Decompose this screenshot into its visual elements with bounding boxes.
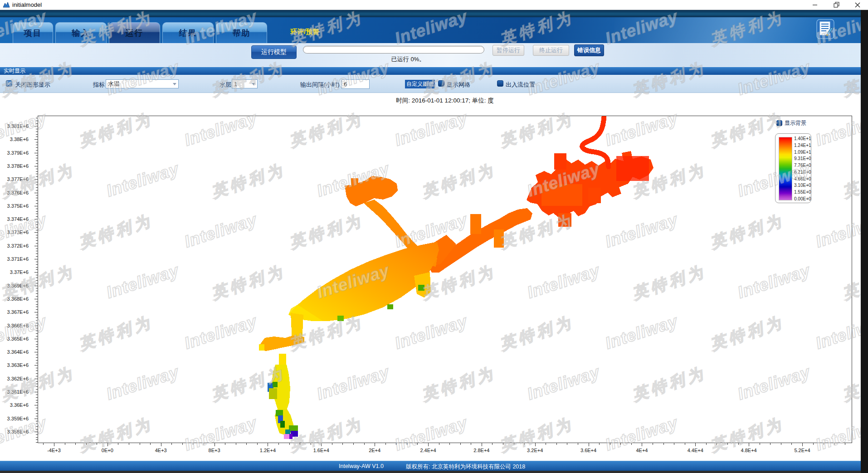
map-shape-tail-cell-pink (284, 434, 289, 439)
map-shape-elbow-cell-yellow (259, 344, 264, 351)
y-tick-label: 3.379E+6 (0, 150, 29, 156)
color-scale-bar (779, 137, 792, 200)
y-minor-tick (36, 182, 38, 182)
x-minor-tick (546, 443, 546, 445)
chevron-down-icon (252, 83, 255, 85)
y-minor-tick (36, 240, 38, 241)
custom-colormap-button[interactable]: 自定义图谱 (405, 80, 435, 88)
y-major-tick (34, 419, 38, 419)
chevron-down-icon (173, 83, 176, 85)
x-minor-tick (385, 443, 386, 445)
map-shape-mass-stub-down1 (558, 213, 571, 227)
y-minor-tick (36, 360, 38, 361)
app-version-text: Intelway-AW V1.0 (339, 463, 384, 469)
x-minor-tick (653, 443, 653, 445)
tab-project[interactable]: 项目 (13, 22, 53, 43)
y-minor-tick (36, 185, 38, 185)
layer-value: 1 (234, 81, 237, 88)
y-major-tick (34, 259, 38, 259)
color-legend: 1.40E+11.24E+11.09E+19.31E+07.76E+06.21E… (775, 133, 811, 203)
y-minor-tick (36, 121, 38, 121)
y-minor-tick (36, 410, 38, 411)
pause-run-button[interactable]: 暂停运行 (493, 45, 524, 56)
status-bar: Intelway-AW V1.0 版权所有: 北京英特利为环境科技有限公司 20… (0, 461, 868, 471)
map-shape-tail-cell-dkgreen (280, 421, 285, 428)
x-minor-tick (471, 443, 471, 445)
indicator-value: 水温 (108, 80, 120, 88)
x-minor-tick (610, 443, 610, 445)
x-minor-tick (246, 443, 247, 445)
y-minor-tick (36, 402, 38, 403)
close-graph-checkbox[interactable]: ✓ (6, 80, 12, 87)
map-shape-river-squiggle (582, 117, 609, 167)
realtime-display-header: 实时显示 (0, 67, 868, 75)
top-dark-strip (0, 10, 868, 17)
y-tick-label: 3.376E+6 (0, 190, 29, 195)
y-minor-tick (36, 344, 38, 345)
document-edit-icon[interactable] (816, 19, 834, 39)
y-minor-tick (36, 320, 38, 321)
x-minor-tick (193, 443, 193, 445)
legend-value: 6.21E+0 (794, 170, 811, 175)
y-major-tick (34, 392, 38, 392)
close-button[interactable] (851, 0, 864, 10)
y-minor-tick (36, 302, 38, 302)
y-minor-tick (36, 434, 38, 435)
y-major-tick (34, 365, 38, 366)
tab-results[interactable]: 结果 (162, 22, 214, 43)
x-major-tick (482, 443, 482, 446)
y-major-tick (34, 193, 38, 193)
x-tick-label: 4E+4 (624, 448, 660, 453)
error-info-button[interactable]: 错误信息 (574, 44, 604, 56)
y-minor-tick (36, 373, 38, 374)
interval-input[interactable] (341, 79, 370, 89)
x-major-tick (215, 443, 215, 446)
progress-percent-text: 已运行 0%。 (363, 55, 454, 63)
tab-run[interactable]: 运行 (109, 22, 160, 43)
y-minor-tick (36, 161, 38, 161)
tab-strip: 项目 输入 运行 结果 帮助 (13, 22, 269, 43)
copyright-text: 版权所有: 北京英特利为环境科技有限公司 2018 (406, 463, 525, 471)
y-minor-tick (36, 145, 38, 145)
y-minor-tick (36, 227, 38, 228)
run-model-button[interactable]: 运行模型 (251, 45, 297, 59)
y-tick-label: 3.358E+6 (0, 429, 29, 434)
map-shape-lake-cell-green2 (387, 304, 393, 309)
y-minor-tick (36, 389, 38, 390)
run-toolbar: 运行模型 已运行 0%。 暂停运行 终止运行 错误信息 (0, 43, 868, 67)
minimize-button[interactable] (808, 0, 822, 10)
layer-select[interactable]: 1 (232, 79, 258, 88)
y-tick-label: 3.362E+6 (0, 376, 29, 381)
show-grid-checkbox[interactable] (438, 80, 444, 87)
flow-position-checkbox[interactable] (497, 80, 503, 87)
y-minor-tick (36, 209, 38, 209)
y-minor-tick (36, 397, 38, 398)
y-tick-label: 3.375E+6 (0, 203, 29, 209)
x-minor-tick (289, 443, 290, 445)
y-minor-tick (36, 288, 38, 288)
x-minor-tick (417, 443, 418, 445)
y-minor-tick (36, 328, 38, 328)
map-shape-tail-cell-green1 (273, 382, 278, 387)
stop-run-button[interactable]: 终止运行 (533, 45, 569, 56)
tab-help[interactable]: 帮助 (216, 22, 267, 43)
y-minor-tick (36, 216, 38, 217)
x-major-tick (268, 443, 268, 446)
x-tick-label: 5.2E+4 (784, 448, 820, 453)
y-tick-label: 3.365E+6 (0, 336, 29, 341)
indicator-select[interactable]: 水温 (106, 79, 179, 88)
tab-input[interactable]: 输入 (55, 22, 107, 43)
y-minor-tick (36, 211, 38, 212)
y-minor-tick (36, 142, 38, 142)
x-minor-tick (727, 443, 728, 445)
y-major-tick (34, 219, 38, 219)
x-major-tick (802, 443, 803, 446)
restore-button[interactable] (830, 0, 844, 10)
show-background-checkbox[interactable] (776, 120, 782, 126)
y-minor-tick (36, 264, 38, 265)
legend-value: 9.31E+0 (794, 156, 811, 161)
y-minor-tick (36, 283, 38, 283)
map-canvas[interactable] (38, 116, 852, 443)
x-minor-tick (65, 443, 65, 445)
y-minor-tick (36, 275, 38, 275)
